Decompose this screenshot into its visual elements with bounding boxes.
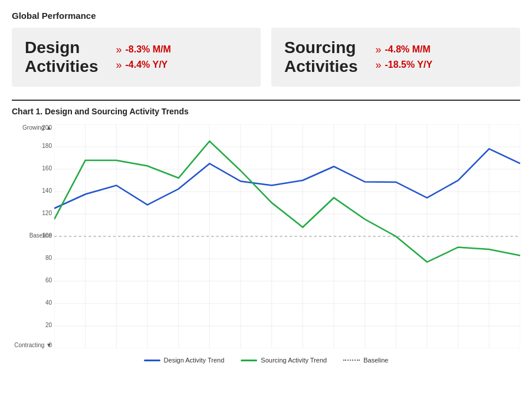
y-label-120: 120 [42,210,52,216]
y-label-0: 0 [48,342,52,348]
y-label-80: 80 [45,255,52,261]
chart-legend: Design Activity Trend Sourcing Activity … [12,357,520,364]
design-metric-mom: » -8.3% M/M [116,44,171,55]
design-chevron-mom: » [116,44,122,55]
legend-design-label: Design Activity Trend [164,357,225,364]
global-performance-section: Global Performance Design Activities » -… [12,11,520,364]
chart-plot-container: Jan-21 Apr-21 Jul-21 Oct-21 Jan-22 Apr-2… [54,124,520,348]
design-chevron-yoy: » [116,60,122,70]
legend-design: Design Activity Trend [144,357,225,364]
y-label-60: 60 [45,277,52,284]
sourcing-metrics: » -4.8% M/M » -18.5% Y/Y [376,44,433,70]
sourcing-metric-yoy: » -18.5% Y/Y [376,60,433,70]
design-metrics: » -8.3% M/M » -4.4% Y/Y [116,44,171,70]
design-metric-yoy: » -4.4% Y/Y [116,60,171,70]
legend-baseline-label: Baseline [363,357,388,364]
y-label-200: 200 [42,124,52,131]
chart-section: Chart 1. Design and Sourcing Activity Tr… [12,100,520,364]
y-label-140: 140 [42,187,52,194]
sourcing-chevron-yoy: » [376,60,382,70]
design-mom-value: -8.3% M/M [126,44,171,55]
legend-sourcing: Sourcing Activity Trend [241,357,327,364]
design-trend-line [54,149,520,209]
kpi-cards-container: Design Activities » -8.3% M/M » -4.4% Y/… [12,28,520,87]
y-label-160: 160 [42,165,52,172]
y-label-180: 180 [42,143,52,149]
chart-title: Chart 1. Design and Sourcing Activity Tr… [12,107,520,116]
sourcing-activities-label: Sourcing Activities [284,38,358,76]
design-activities-card: Design Activities » -8.3% M/M » -4.4% Y/… [12,28,261,87]
sourcing-chevron-mom: » [376,44,382,55]
legend-baseline-icon [343,360,360,361]
sourcing-yoy-value: -18.5% Y/Y [385,60,433,70]
legend-baseline: Baseline [343,357,388,364]
sourcing-mom-value: -4.8% M/M [385,44,431,55]
design-activities-label: Design Activities [25,38,98,76]
y-contracting-label: Contracting ▼ [12,342,52,348]
sourcing-activities-card: Sourcing Activities » -4.8% M/M » -18.5%… [271,28,520,87]
global-performance-title: Global Performance [12,11,520,21]
y-label-20: 20 [45,322,52,328]
sourcing-metric-mom: » -4.8% M/M [376,44,433,55]
legend-sourcing-label: Sourcing Activity Trend [261,357,327,364]
design-yoy-value: -4.4% Y/Y [126,60,168,70]
legend-design-icon [144,360,160,361]
legend-sourcing-icon [241,360,257,361]
chart-svg: Jan-21 Apr-21 Jul-21 Oct-21 Jan-22 Apr-2… [54,124,520,348]
y-label-40: 40 [45,299,52,306]
y-label-100: 100 [42,232,52,239]
sourcing-trend-line [54,141,520,262]
